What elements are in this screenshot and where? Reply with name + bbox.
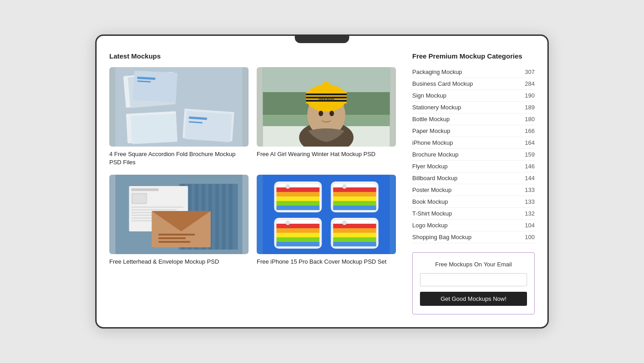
category-name: Brochure Mockup <box>412 151 459 158</box>
svg-point-84 <box>342 221 347 225</box>
mockup-card-iphone[interactable]: Free iPhone 15 Pro Back Cover Mockup PSD… <box>257 175 396 266</box>
category-count: 144 <box>525 175 535 182</box>
svg-text:mockup: mockup <box>318 97 334 101</box>
category-name: Flyer Mockup <box>412 163 448 170</box>
category-name: T-Shirt Mockup <box>412 210 452 217</box>
svg-rect-83 <box>333 242 376 246</box>
mockup-card-winter-hat[interactable]: mockup Free AI Girl Wearing Winter Hat M… <box>257 67 396 167</box>
svg-rect-41 <box>132 206 184 208</box>
svg-rect-57 <box>277 196 320 201</box>
mockup-label-letterhead: Free Letterhead & Envelope Mockup PSD <box>109 258 249 266</box>
svg-rect-50 <box>159 237 186 239</box>
category-item[interactable]: iPhone Mockup164 <box>412 137 535 149</box>
category-name: Stationery Mockup <box>412 104 461 111</box>
svg-rect-79 <box>333 224 376 228</box>
svg-rect-56 <box>277 192 320 196</box>
category-name: Poster Mockup <box>412 186 452 193</box>
category-item[interactable]: T-Shirt Mockup132 <box>412 208 535 220</box>
category-item[interactable]: Book Mockup133 <box>412 196 535 208</box>
mockup-card-brochure[interactable]: 4 Free Square Accordion Fold Brochure Mo… <box>109 67 249 167</box>
mockup-label-brochure: 4 Free Square Accordion Fold Brochure Mo… <box>109 150 249 167</box>
mockup-card-letterhead[interactable]: Free Letterhead & Envelope Mockup PSD <box>109 175 249 266</box>
svg-rect-51 <box>159 241 190 243</box>
svg-rect-59 <box>277 206 320 210</box>
category-count: 132 <box>525 210 535 217</box>
category-name: Sign Mockup <box>412 92 446 99</box>
category-item[interactable]: Business Card Mockup284 <box>412 78 535 90</box>
category-name: Packaging Mockup <box>412 69 462 75</box>
mockup-label-winter-hat: Free AI Girl Wearing Winter Hat Mockup P… <box>257 150 396 158</box>
category-item[interactable]: Sign Mockup190 <box>412 90 535 102</box>
svg-rect-55 <box>277 187 320 192</box>
category-count: 180 <box>525 116 535 123</box>
svg-rect-9 <box>185 111 232 142</box>
category-name: Logo Mockup <box>412 222 448 229</box>
svg-rect-67 <box>333 206 376 210</box>
svg-rect-35 <box>222 184 226 250</box>
svg-point-25 <box>319 111 323 116</box>
mockup-image-letterhead <box>109 175 249 254</box>
category-item[interactable]: Shopping Bag Mockup100 <box>412 231 535 243</box>
category-name: Shopping Bag Mockup <box>412 234 472 240</box>
category-name: Billboard Mockup <box>412 175 458 182</box>
mockup-label-iphone: Free iPhone 15 Pro Back Cover Mockup PSD… <box>257 258 396 266</box>
category-item[interactable]: Flyer Mockup146 <box>412 161 535 172</box>
svg-rect-58 <box>277 201 320 206</box>
svg-rect-42 <box>132 209 177 211</box>
svg-rect-66 <box>333 201 376 206</box>
category-item[interactable]: Brochure Mockup159 <box>412 149 535 161</box>
svg-rect-63 <box>333 187 376 192</box>
category-item[interactable]: Paper Mockup166 <box>412 125 535 137</box>
category-item[interactable]: Packaging Mockup307 <box>412 66 535 78</box>
category-item[interactable]: Bottle Mockup180 <box>412 113 535 125</box>
category-name: iPhone Mockup <box>412 139 453 146</box>
email-box-title: Free Mockups On Your Email <box>420 261 527 268</box>
category-item[interactable]: Stationery Mockup189 <box>412 102 535 113</box>
category-count: 159 <box>525 151 535 158</box>
svg-rect-65 <box>333 196 376 201</box>
svg-rect-7 <box>131 113 177 144</box>
category-name: Business Card Mockup <box>412 80 473 87</box>
svg-rect-39 <box>132 193 147 204</box>
categories-title: Free Premium Mockup Categories <box>412 52 535 60</box>
svg-rect-81 <box>333 233 376 237</box>
category-count: 133 <box>525 198 535 205</box>
svg-point-68 <box>342 184 347 189</box>
svg-rect-75 <box>277 242 320 246</box>
category-name: Bottle Mockup <box>412 116 449 123</box>
email-subscription-box: Free Mockups On Your Email Get Good Mock… <box>412 252 535 314</box>
right-column: Free Premium Mockup Categories Packaging… <box>412 52 535 314</box>
svg-rect-3 <box>133 71 177 103</box>
category-name: Paper Mockup <box>412 128 450 134</box>
category-count: 100 <box>525 234 535 240</box>
category-item[interactable]: Billboard Mockup144 <box>412 172 535 184</box>
category-count: 104 <box>525 222 535 229</box>
svg-rect-82 <box>333 237 376 242</box>
svg-point-60 <box>286 184 290 189</box>
svg-point-76 <box>286 221 290 225</box>
category-count: 164 <box>525 139 535 146</box>
category-count: 190 <box>525 92 535 99</box>
mockup-grid: 4 Free Square Accordion Fold Brochure Mo… <box>109 67 396 266</box>
svg-rect-71 <box>277 224 320 228</box>
get-mockups-button[interactable]: Get Good Mockups Now! <box>420 292 527 306</box>
category-item[interactable]: Logo Mockup104 <box>412 220 535 231</box>
svg-rect-34 <box>215 184 219 250</box>
latest-mockups-title: Latest Mockups <box>109 52 396 60</box>
svg-rect-49 <box>159 234 195 235</box>
mockup-image-brochure <box>109 67 249 147</box>
svg-rect-64 <box>333 192 376 196</box>
email-input[interactable] <box>420 273 527 286</box>
category-list: Packaging Mockup307Business Card Mockup2… <box>412 66 535 243</box>
device-frame: Latest Mockups <box>95 34 549 329</box>
svg-point-23 <box>322 82 331 91</box>
svg-rect-80 <box>333 228 376 233</box>
svg-rect-73 <box>277 233 320 237</box>
category-item[interactable]: Poster Mockup133 <box>412 184 535 196</box>
mockup-image-iphone <box>257 175 396 254</box>
mockup-image-winter-hat: mockup <box>257 67 396 147</box>
category-count: 133 <box>525 186 535 193</box>
svg-rect-36 <box>229 184 233 250</box>
category-count: 189 <box>525 104 535 111</box>
main-content: Latest Mockups <box>109 49 535 314</box>
